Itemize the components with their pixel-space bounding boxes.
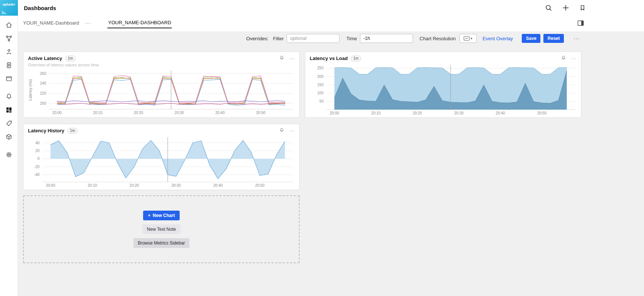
chart-title: Latency vs Load bbox=[310, 56, 348, 61]
chart-menu-button[interactable]: ··· bbox=[571, 56, 577, 61]
svg-text:0: 0 bbox=[37, 157, 40, 161]
filter-input[interactable] bbox=[287, 34, 340, 43]
sidebar-item-log-observer[interactable] bbox=[5, 61, 13, 69]
overrides-toolbar: Overrides: Filter Time Chart Resolution … bbox=[18, 31, 644, 45]
svg-text:200: 200 bbox=[317, 75, 323, 79]
svg-text:20:30: 20:30 bbox=[174, 111, 184, 115]
chart-card-latency-history: Latency History 1m ··· -40-200204020:002… bbox=[23, 124, 300, 190]
toolbar-more-button[interactable]: ··· bbox=[571, 35, 582, 42]
svg-text:20:00: 20:00 bbox=[52, 111, 61, 115]
resolution-badge: 1m bbox=[65, 56, 76, 62]
new-chart-button[interactable]: + New Chart bbox=[143, 211, 180, 220]
chart-alert-button[interactable] bbox=[561, 55, 566, 62]
apm-nodes-icon bbox=[5, 35, 13, 42]
sidebar-item-dashboards[interactable] bbox=[5, 106, 13, 114]
bell-icon bbox=[279, 55, 284, 60]
sidebar-item-alerts[interactable] bbox=[5, 92, 13, 100]
time-label: Time bbox=[346, 36, 357, 41]
bell-icon bbox=[5, 93, 13, 100]
cube-icon bbox=[5, 133, 13, 141]
new-text-note-button[interactable]: New Text Note bbox=[142, 224, 180, 234]
chart-resolution-dropdown[interactable]: ▾ bbox=[460, 34, 477, 43]
event-overlay-link[interactable]: Event Overlay bbox=[483, 36, 513, 41]
svg-text:220: 220 bbox=[40, 91, 46, 95]
sidebar-item-infrastructure[interactable] bbox=[5, 48, 13, 56]
svg-text:100: 100 bbox=[317, 91, 323, 95]
svg-text:200: 200 bbox=[40, 101, 46, 106]
sidebar-item-synthetics[interactable] bbox=[5, 133, 13, 141]
save-button[interactable]: Save bbox=[522, 34, 540, 43]
panel-toggle-icon bbox=[577, 20, 584, 26]
chevron-down-icon: ▾ bbox=[471, 37, 473, 40]
breadcrumb[interactable]: YOUR_NAME-Dashboard bbox=[23, 20, 79, 26]
right-panel-toggle-button[interactable] bbox=[577, 20, 584, 28]
page-title: Dashboards bbox=[24, 5, 56, 11]
sidebar-item-apm[interactable] bbox=[5, 34, 13, 42]
plus-icon bbox=[562, 4, 569, 12]
tab-dashboard-label: YOUR_NAME-DASHBOARD bbox=[108, 20, 171, 25]
svg-text:-40: -40 bbox=[34, 173, 40, 177]
svg-text:260: 260 bbox=[40, 72, 46, 76]
chart-menu-button[interactable]: ··· bbox=[290, 128, 295, 133]
time-input[interactable] bbox=[360, 34, 413, 43]
svg-text:20:20: 20:20 bbox=[134, 111, 143, 115]
resolution-badge: 1m bbox=[351, 56, 361, 62]
chart-menu-button[interactable]: ··· bbox=[290, 56, 295, 61]
top-header: splunk> Dashboards bbox=[0, 0, 644, 16]
chart-alert-button[interactable] bbox=[279, 127, 284, 134]
sidebar bbox=[0, 16, 18, 296]
bookmarks-button[interactable] bbox=[579, 4, 586, 12]
chart-title: Active Latency bbox=[28, 56, 62, 61]
svg-text:20:30: 20:30 bbox=[454, 111, 464, 115]
svg-text:20:30: 20:30 bbox=[171, 183, 181, 188]
svg-text:40: 40 bbox=[35, 141, 40, 145]
svg-text:20: 20 bbox=[35, 149, 40, 153]
chart-alert-button[interactable] bbox=[279, 55, 284, 62]
overrides-label: Overrides: bbox=[246, 36, 269, 41]
splunk-logo-text: splunk> bbox=[3, 3, 15, 6]
chart-card-active-latency: Active Latency 1m ··· Overview of latenc… bbox=[23, 51, 300, 118]
tab-dashboard[interactable]: YOUR_NAME-DASHBOARD bbox=[107, 20, 172, 28]
svg-text:50: 50 bbox=[319, 99, 324, 103]
resolution-badge: 1m bbox=[67, 128, 78, 134]
svg-text:20:50: 20:50 bbox=[255, 183, 265, 188]
filter-label: Filter bbox=[273, 36, 284, 41]
create-button[interactable] bbox=[562, 4, 569, 12]
search-button[interactable] bbox=[545, 4, 552, 12]
new-widget-placeholder: + New Chart New Text Note Browse Metrics… bbox=[23, 195, 300, 263]
chart-card-latency-vs-load: Latency vs Load 1m ··· 5010015020025020:… bbox=[305, 51, 581, 118]
dashboard-tabs-bar: YOUR_NAME-Dashboard ··· YOUR_NAME-DASHBO… bbox=[18, 16, 644, 31]
home-icon bbox=[5, 21, 13, 29]
sidebar-item-home[interactable] bbox=[5, 21, 13, 29]
sidebar-item-metrics[interactable] bbox=[5, 119, 13, 127]
latency-vs-load-chart[interactable]: 5010015020025020:0020:1020:2020:3020:402… bbox=[309, 63, 578, 116]
svg-text:250: 250 bbox=[317, 66, 323, 70]
plus-icon: + bbox=[148, 213, 151, 218]
svg-text:20:40: 20:40 bbox=[215, 111, 225, 115]
svg-text:Latency (ms): Latency (ms) bbox=[28, 79, 32, 101]
svg-text:20:20: 20:20 bbox=[413, 111, 422, 115]
user-icon bbox=[5, 48, 13, 56]
tag-icon bbox=[5, 120, 13, 127]
browse-metrics-sidebar-button[interactable]: Browse Metrics Sidebar bbox=[133, 238, 190, 248]
breadcrumb-more-button[interactable]: ··· bbox=[83, 20, 93, 26]
chart-resolution-label: Chart Resolution bbox=[420, 36, 456, 41]
svg-text:20:00: 20:00 bbox=[46, 183, 55, 188]
log-document-icon bbox=[5, 62, 13, 69]
svg-text:240: 240 bbox=[40, 81, 46, 85]
sidebar-item-settings[interactable] bbox=[5, 151, 13, 158]
latency-history-chart[interactable]: -40-200204020:0020:1020:2020:3020:4020:5… bbox=[27, 135, 296, 188]
dashboards-grid-icon bbox=[5, 106, 13, 114]
gear-icon bbox=[5, 151, 13, 158]
active-latency-chart[interactable]: 20022024026020:0020:1020:2020:3020:4020:… bbox=[27, 69, 296, 116]
splunk-logo[interactable]: splunk> bbox=[0, 0, 18, 16]
browser-window-icon bbox=[5, 75, 13, 82]
svg-text:150: 150 bbox=[317, 83, 323, 87]
svg-text:20:10: 20:10 bbox=[371, 111, 381, 115]
bell-icon bbox=[561, 55, 566, 60]
bookmark-icon bbox=[579, 4, 586, 12]
reset-button[interactable]: Reset bbox=[543, 34, 564, 43]
svg-text:20:40: 20:40 bbox=[213, 183, 222, 188]
sidebar-item-rum[interactable] bbox=[5, 75, 13, 82]
search-icon bbox=[545, 4, 552, 12]
